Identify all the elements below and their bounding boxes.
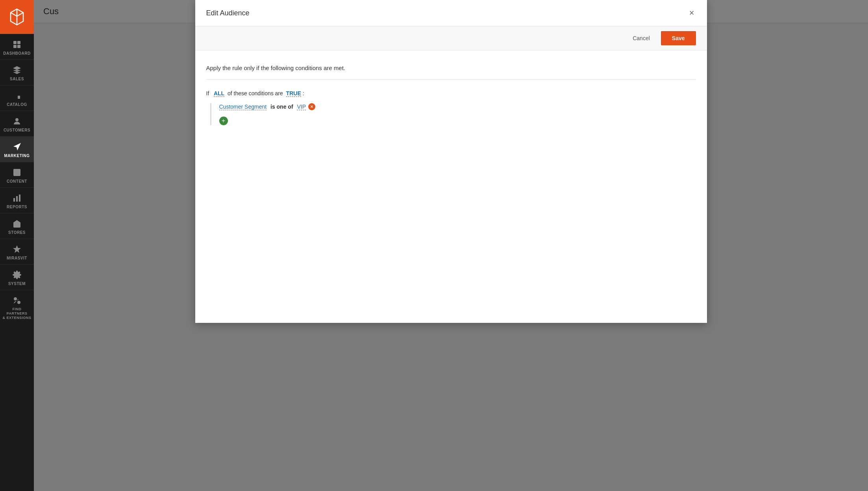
condition-value-link[interactable]: TRUE bbox=[286, 90, 301, 97]
save-button[interactable]: Save bbox=[661, 31, 696, 45]
sidebar-item-stores[interactable]: STORES bbox=[0, 213, 34, 239]
svg-rect-5 bbox=[18, 96, 20, 99]
condition-if-line: If ALL of these conditions are TRUE : bbox=[206, 89, 696, 98]
sidebar-item-label: SYSTEM bbox=[8, 282, 26, 286]
sidebar-item-catalog[interactable]: CATALOG bbox=[0, 85, 34, 111]
modal-overlay: Edit Audience × Cancel Save Apply the ru… bbox=[34, 0, 868, 491]
middle-text: of these conditions are bbox=[226, 90, 285, 96]
svg-rect-10 bbox=[19, 195, 20, 202]
svg-rect-8 bbox=[13, 198, 15, 202]
svg-rect-2 bbox=[17, 41, 20, 44]
modal-body: Apply the rule only if the following con… bbox=[195, 50, 707, 323]
svg-rect-1 bbox=[13, 41, 17, 44]
sidebar-item-label: CATALOG bbox=[7, 102, 27, 107]
svg-point-14 bbox=[17, 301, 20, 304]
modal-title: Edit Audience bbox=[206, 9, 250, 17]
svg-rect-3 bbox=[13, 45, 17, 48]
sidebar-item-label: SALES bbox=[10, 77, 24, 81]
divider bbox=[206, 79, 696, 80]
all-spacer bbox=[211, 90, 212, 96]
sidebar-item-label: MARKETING bbox=[4, 154, 30, 158]
condition-segment-link[interactable]: Customer Segment bbox=[219, 104, 267, 110]
sidebar-item-label: DASHBOARD bbox=[3, 51, 31, 56]
condition-line-1: Customer Segment is one of VIP × bbox=[219, 103, 696, 110]
condition-operator-link[interactable]: ALL bbox=[214, 90, 224, 97]
sidebar-item-label: MIRASVIT bbox=[7, 256, 27, 260]
sidebar-item-mirasvit[interactable]: MIRASVIT bbox=[0, 239, 34, 264]
sidebar-item-content[interactable]: CONTENT bbox=[0, 162, 34, 187]
condition-operator-text: is one of bbox=[269, 104, 294, 110]
edit-audience-modal: Edit Audience × Cancel Save Apply the ru… bbox=[195, 0, 707, 323]
sidebar-item-system[interactable]: SYSTEM bbox=[0, 264, 34, 290]
svg-point-13 bbox=[14, 297, 17, 300]
svg-rect-4 bbox=[17, 45, 20, 48]
rule-description: Apply the rule only if the following con… bbox=[206, 65, 696, 71]
sidebar-item-label: STORES bbox=[8, 230, 26, 235]
magento-logo[interactable] bbox=[0, 0, 34, 34]
sidebar-item-label: CUSTOMERS bbox=[4, 128, 30, 132]
cancel-button[interactable]: Cancel bbox=[626, 32, 656, 44]
svg-rect-9 bbox=[16, 196, 18, 202]
sidebar-item-partners[interactable]: FIND PARTNERS& EXTENSIONS bbox=[0, 290, 34, 324]
svg-marker-11 bbox=[13, 245, 21, 253]
modal-toolbar: Cancel Save bbox=[195, 26, 707, 50]
sidebar-item-dashboard[interactable]: DASHBOARD bbox=[0, 34, 34, 59]
main-area: Cus Edit Audience × Cancel Save Apply th… bbox=[34, 0, 868, 491]
if-label: If bbox=[206, 90, 209, 96]
modal-header: Edit Audience × bbox=[195, 0, 707, 26]
modal-close-button[interactable]: × bbox=[688, 7, 696, 19]
remove-condition-button[interactable]: × bbox=[308, 103, 315, 110]
sidebar-item-label: FIND PARTNERS& EXTENSIONS bbox=[2, 307, 32, 320]
condition-row-container: Customer Segment is one of VIP × + bbox=[210, 103, 696, 125]
svg-rect-7 bbox=[13, 169, 20, 176]
sidebar: DASHBOARD SALES CATALOG CUSTOMERS MARKET… bbox=[0, 0, 34, 491]
sidebar-item-customers[interactable]: CUSTOMERS bbox=[0, 111, 34, 136]
colon: : bbox=[303, 90, 304, 96]
svg-point-6 bbox=[15, 118, 19, 121]
sidebar-item-reports[interactable]: REPORTS bbox=[0, 187, 34, 213]
condition-vip-link[interactable]: VIP bbox=[297, 104, 306, 110]
conditions-block: If ALL of these conditions are TRUE : Cu… bbox=[206, 89, 696, 125]
add-condition-button[interactable]: + bbox=[219, 117, 228, 125]
sidebar-item-sales[interactable]: SALES bbox=[0, 59, 34, 85]
sidebar-item-label: REPORTS bbox=[7, 205, 27, 209]
sidebar-item-marketing[interactable]: MARKETING bbox=[0, 136, 34, 162]
sidebar-item-label: CONTENT bbox=[7, 179, 27, 183]
